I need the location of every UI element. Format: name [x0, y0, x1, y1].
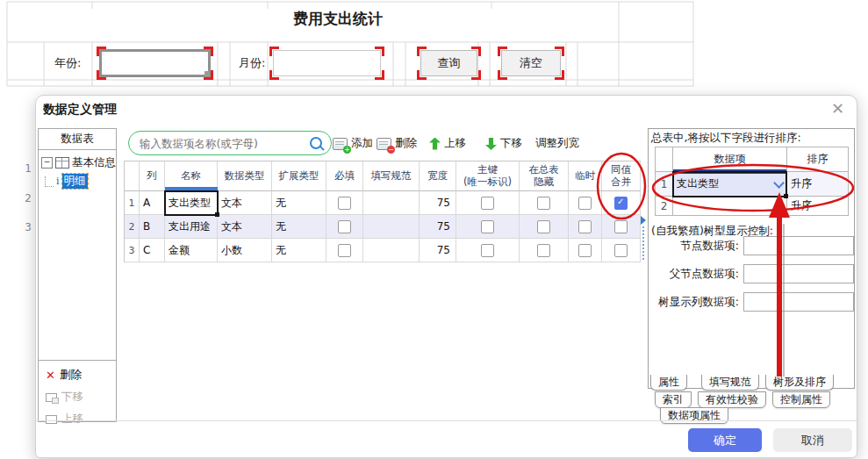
cell-dtype[interactable]: 文本 [218, 191, 272, 215]
hide-checkbox[interactable] [537, 244, 550, 257]
tree-move-down-button[interactable]: 下移 [39, 386, 116, 408]
search-box[interactable] [128, 131, 332, 155]
merge-checkbox[interactable] [614, 244, 628, 257]
cell-primary-key[interactable] [456, 191, 520, 215]
cell-col[interactable]: A [140, 191, 165, 215]
cell-primary-key[interactable] [456, 239, 520, 262]
add-icon [333, 138, 348, 150]
cancel-button[interactable]: 取消 [773, 428, 852, 452]
move-up-icon [46, 415, 57, 424]
cell-dtype[interactable]: 文本 [218, 215, 272, 239]
sort-order-cell[interactable]: 升序 [787, 197, 849, 216]
sort-item-cell[interactable] [673, 197, 787, 216]
cell-name[interactable]: 金额 [165, 239, 218, 262]
adjust-column-width-button[interactable]: 调整列宽 [535, 136, 579, 151]
cell-hide[interactable] [520, 215, 569, 239]
search-input[interactable] [138, 136, 305, 151]
cell-ext[interactable]: 无 [272, 239, 326, 262]
tree-move-up-button[interactable]: 上移 [39, 408, 116, 430]
selection-handle[interactable] [204, 71, 210, 76]
cell-merge[interactable] [602, 191, 641, 215]
cell-ext[interactable]: 无 [272, 191, 326, 215]
query-button-wrap: 查询 [417, 47, 481, 80]
move-down-button[interactable]: 下移 [485, 136, 522, 151]
cell-temp[interactable] [569, 191, 602, 215]
node-field-label: 节点数据项: [651, 239, 739, 254]
tree-col-field-input[interactable] [743, 292, 854, 312]
tree-col-field-label: 树显示列数据项: [651, 295, 739, 310]
cell-hide[interactable] [520, 191, 569, 215]
tree-root-label[interactable]: 基本信息 [72, 155, 116, 170]
query-button[interactable]: 查询 [420, 50, 477, 76]
grid-scroll-indicator[interactable] [641, 216, 646, 260]
primary-key-checkbox[interactable] [481, 197, 494, 210]
tab-validity-check[interactable]: 有效性校验 [698, 391, 766, 408]
tab-tree-and-sort[interactable]: 树形及排序 [765, 375, 834, 391]
cell-width[interactable]: 75 [420, 215, 456, 239]
node-field-input[interactable] [743, 236, 854, 255]
hide-checkbox[interactable] [537, 197, 550, 210]
tree-collapse-icon[interactable]: − [41, 157, 53, 169]
sort-header-item: 数据项 [673, 147, 787, 172]
month-field[interactable] [269, 47, 384, 80]
clear-button[interactable]: 清空 [501, 50, 561, 76]
cell-width[interactable]: 75 [420, 239, 456, 262]
cell-dtype[interactable]: 小数 [218, 239, 272, 262]
year-field-box[interactable] [99, 49, 211, 77]
column-icon: i [56, 176, 60, 187]
cell-temp[interactable] [569, 239, 602, 262]
primary-key-checkbox[interactable] [481, 220, 494, 233]
primary-key-checkbox[interactable] [481, 244, 494, 257]
cell-ext[interactable]: 无 [272, 215, 326, 239]
delete-button[interactable]: 删除 [377, 136, 417, 151]
cell-col[interactable]: C [140, 239, 165, 262]
required-checkbox[interactable] [338, 197, 351, 210]
cell-merge[interactable] [602, 239, 641, 262]
cell-required[interactable] [326, 191, 363, 215]
cell-merge[interactable] [602, 215, 641, 239]
tab-data-item-attributes[interactable]: 数据项属性 [660, 407, 728, 424]
sort-order-cell[interactable]: 升序 [787, 172, 849, 197]
header-col: 列 [140, 161, 165, 191]
cell-rule[interactable] [363, 215, 420, 239]
merge-checkbox[interactable] [614, 197, 628, 210]
year-field[interactable] [97, 47, 213, 80]
cell-rule[interactable] [363, 239, 420, 262]
cell-col[interactable]: B [140, 215, 165, 239]
add-button[interactable]: 添加 [333, 136, 373, 151]
cell-width[interactable]: 75 [420, 191, 456, 215]
tab-index[interactable]: 索引 [655, 391, 692, 408]
temp-checkbox[interactable] [578, 197, 592, 210]
required-checkbox[interactable] [338, 220, 351, 233]
cell-hide[interactable] [520, 239, 569, 262]
cell-required[interactable] [326, 215, 363, 239]
cell-name[interactable]: 支出用途 [165, 215, 218, 239]
tree-node-root[interactable]: − 基本信息 [41, 155, 116, 170]
tree-delete-button[interactable]: ✕ 删除 [39, 364, 116, 386]
temp-checkbox[interactable] [578, 244, 592, 257]
tab-control-attributes[interactable]: 控制属性 [772, 391, 830, 408]
tab-attributes[interactable]: 属性 [650, 375, 687, 391]
sort-cell-cursor [672, 171, 787, 197]
tree-node-child[interactable]: i 明细 [41, 174, 116, 189]
search-icon[interactable] [310, 137, 322, 149]
header-hide: 在总表隐藏 [520, 161, 569, 191]
cell-temp[interactable] [569, 215, 602, 239]
close-icon[interactable]: ✕ [831, 99, 844, 118]
month-field-box[interactable] [273, 50, 381, 76]
row-number: 3 [125, 239, 140, 262]
move-up-button[interactable]: 上移 [429, 136, 466, 151]
temp-checkbox[interactable] [578, 220, 592, 233]
cell-primary-key[interactable] [456, 215, 520, 239]
cell-rule[interactable] [363, 191, 420, 215]
merge-checkbox[interactable] [614, 220, 628, 233]
delete-x-icon: ✕ [46, 369, 55, 382]
parent-field-input[interactable] [743, 264, 854, 283]
required-checkbox[interactable] [338, 244, 351, 257]
move-down-icon [46, 393, 57, 402]
cell-required[interactable] [326, 239, 363, 262]
hide-checkbox[interactable] [537, 220, 550, 233]
tree-child-label[interactable]: 明细 [62, 174, 88, 189]
ok-button[interactable]: 确定 [688, 428, 762, 452]
tab-fill-rules[interactable]: 填写规范 [701, 375, 759, 391]
